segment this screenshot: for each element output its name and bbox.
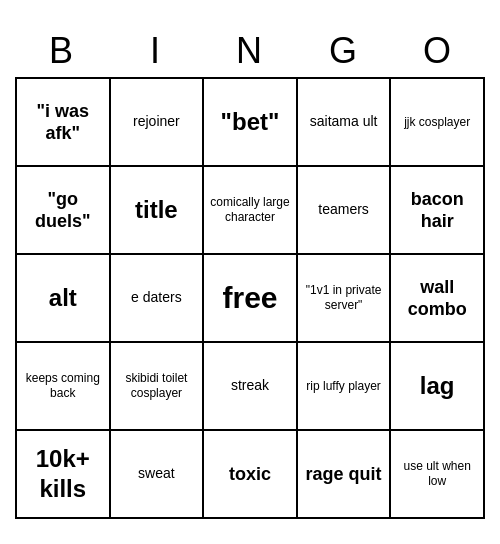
- bingo-cell-9[interactable]: bacon hair: [391, 167, 485, 255]
- header-n: N: [203, 25, 297, 77]
- bingo-cell-12[interactable]: free: [204, 255, 298, 343]
- bingo-cell-11[interactable]: e daters: [111, 255, 205, 343]
- bingo-cell-24[interactable]: use ult when low: [391, 431, 485, 519]
- bingo-cell-5[interactable]: "go duels": [17, 167, 111, 255]
- header-o: O: [391, 25, 485, 77]
- header-i: I: [109, 25, 203, 77]
- bingo-header: B I N G O: [15, 25, 485, 77]
- bingo-cell-17[interactable]: streak: [204, 343, 298, 431]
- bingo-cell-21[interactable]: sweat: [111, 431, 205, 519]
- bingo-cell-19[interactable]: lag: [391, 343, 485, 431]
- bingo-cell-7[interactable]: comically large character: [204, 167, 298, 255]
- header-b: B: [15, 25, 109, 77]
- bingo-cell-8[interactable]: teamers: [298, 167, 392, 255]
- bingo-cell-4[interactable]: jjk cosplayer: [391, 79, 485, 167]
- bingo-cell-23[interactable]: rage quit: [298, 431, 392, 519]
- bingo-cell-20[interactable]: 10k+ kills: [17, 431, 111, 519]
- bingo-card: B I N G O "i was afk"rejoiner"bet"saitam…: [5, 15, 495, 529]
- bingo-cell-6[interactable]: title: [111, 167, 205, 255]
- bingo-cell-2[interactable]: "bet": [204, 79, 298, 167]
- bingo-cell-15[interactable]: keeps coming back: [17, 343, 111, 431]
- bingo-cell-14[interactable]: wall combo: [391, 255, 485, 343]
- bingo-cell-13[interactable]: "1v1 in private server": [298, 255, 392, 343]
- bingo-cell-16[interactable]: skibidi toilet cosplayer: [111, 343, 205, 431]
- bingo-cell-10[interactable]: alt: [17, 255, 111, 343]
- bingo-grid: "i was afk"rejoiner"bet"saitama ultjjk c…: [15, 77, 485, 519]
- header-g: G: [297, 25, 391, 77]
- bingo-cell-22[interactable]: toxic: [204, 431, 298, 519]
- bingo-cell-3[interactable]: saitama ult: [298, 79, 392, 167]
- bingo-cell-18[interactable]: rip luffy player: [298, 343, 392, 431]
- bingo-cell-1[interactable]: rejoiner: [111, 79, 205, 167]
- bingo-cell-0[interactable]: "i was afk": [17, 79, 111, 167]
